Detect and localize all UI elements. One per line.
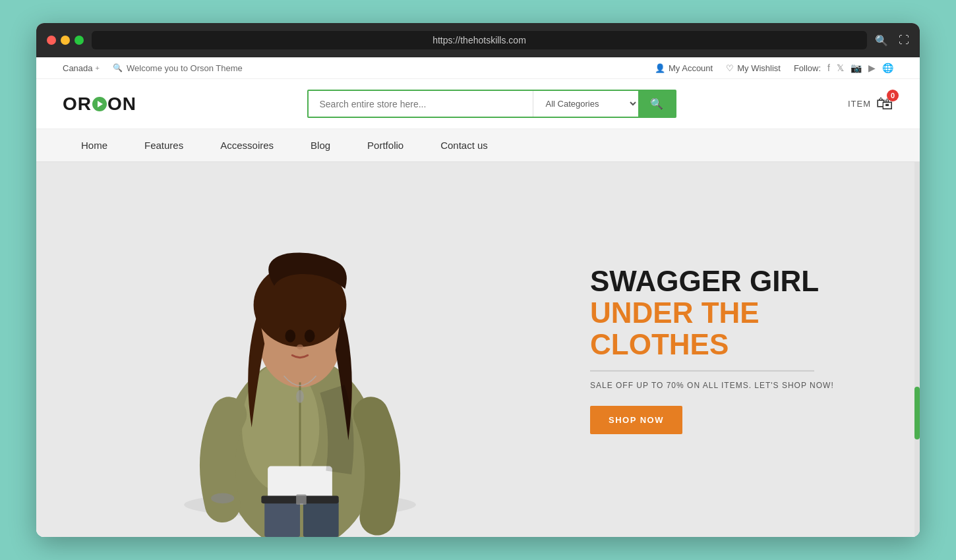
browser-expand-icon[interactable]: ⛶ [899, 34, 909, 46]
search-button[interactable]: 🔍 [638, 91, 675, 117]
logo[interactable]: OR ON [63, 94, 136, 115]
hero-divider [590, 370, 814, 372]
globe-icon[interactable]: 🌐 [882, 63, 893, 73]
nav-blog-label: Blog [311, 140, 330, 151]
scrollbar-track [914, 162, 920, 537]
site-navigation: Home Features Accessoires Blog Portfolio… [36, 129, 920, 162]
svg-point-7 [285, 329, 296, 343]
svg-rect-10 [264, 498, 300, 537]
svg-rect-13 [296, 494, 307, 505]
logo-son: ON [107, 94, 136, 115]
logo-or: OR [63, 94, 92, 115]
hero-subtitle: SALE OFF UP TO 70% ON ALL ITEMS. LET'S S… [590, 381, 854, 390]
nav-list: Home Features Accessoires Blog Portfolio… [63, 129, 893, 161]
hero-title-line1: SWAGGER GIRL [590, 265, 854, 296]
nav-item-accessoires[interactable]: Accessoires [202, 129, 292, 161]
browser-search-icon[interactable]: 🔍 [875, 34, 888, 47]
browser-icons: 🔍 ⛶ [875, 34, 909, 47]
traffic-lights [47, 36, 84, 45]
hero-banner: SWAGGER GIRL UNDER THE CLOTHES SALE OFF … [36, 162, 920, 537]
site-header: OR ON All Categories Accessories Blog Po… [36, 79, 920, 129]
vimeo-icon[interactable]: ▶ [868, 63, 876, 73]
scrollbar-thumb[interactable] [914, 387, 920, 439]
url-text: https://thehotskills.com [433, 35, 526, 45]
follow-label: Follow: [794, 63, 821, 73]
search-input[interactable] [309, 91, 533, 117]
nav-features-label: Features [144, 140, 183, 151]
nav-home-label: Home [81, 140, 107, 151]
category-select[interactable]: All Categories Accessories Blog Portfoli… [533, 91, 638, 117]
cart-badge: 0 [887, 90, 899, 101]
wishlist-icon: ♡ [726, 63, 734, 73]
welcome-message: 🔍 Welcome you to Orson Theme [113, 63, 243, 73]
facebook-icon[interactable]: f [827, 63, 830, 73]
my-wishlist-link[interactable]: ♡ My Wishlist [726, 63, 781, 73]
svg-point-9 [297, 345, 303, 350]
cart-icon-wrapper: 🛍 0 [876, 94, 893, 114]
nav-portfolio-label: Portfolio [367, 140, 403, 151]
topbar-left: Canada + 🔍 Welcome you to Orson Theme [63, 63, 243, 73]
hero-model [135, 247, 465, 537]
cart-area[interactable]: ITEM 🛍 0 [848, 94, 893, 114]
svg-point-15 [211, 493, 234, 504]
svg-point-8 [305, 329, 315, 343]
hero-text-area: SWAGGER GIRL UNDER THE CLOTHES SALE OFF … [590, 265, 854, 434]
site-content: Canada + 🔍 Welcome you to Orson Theme 👤 … [36, 57, 920, 537]
topbar-search-icon[interactable]: 🔍 [113, 63, 123, 72]
country-label: Canada [63, 63, 93, 73]
maximize-button[interactable] [75, 36, 84, 45]
nav-item-blog[interactable]: Blog [292, 129, 349, 161]
top-bar: Canada + 🔍 Welcome you to Orson Theme 👤 … [36, 57, 920, 79]
hero-title-line2: UNDER THE CLOTHES [590, 297, 854, 361]
follow-section: Follow: f 𝕏 📷 ▶ 🌐 [794, 63, 893, 73]
cart-label: ITEM [848, 99, 871, 109]
nav-item-features[interactable]: Features [126, 129, 202, 161]
svg-point-14 [296, 390, 304, 403]
nav-item-contact[interactable]: Contact us [422, 129, 506, 161]
shop-now-button[interactable]: SHOP NOW [590, 406, 682, 434]
browser-chrome: https://thehotskills.com 🔍 ⛶ [36, 23, 920, 57]
account-icon: 👤 [655, 63, 665, 73]
my-account-link[interactable]: 👤 My Account [655, 63, 713, 73]
nav-item-home[interactable]: Home [63, 129, 126, 161]
topbar-right: 👤 My Account ♡ My Wishlist Follow: f 𝕏 📷… [655, 63, 893, 73]
social-icons: f 𝕏 📷 ▶ 🌐 [827, 63, 893, 73]
svg-rect-11 [303, 498, 339, 537]
logo-play-icon [92, 97, 107, 111]
model-svg [135, 247, 465, 537]
twitter-icon[interactable]: 𝕏 [837, 63, 844, 73]
search-button-icon: 🔍 [650, 98, 663, 110]
close-button[interactable] [47, 36, 56, 45]
my-account-label: My Account [669, 63, 713, 73]
instagram-icon[interactable]: 📷 [851, 63, 862, 73]
my-wishlist-label: My Wishlist [737, 63, 781, 73]
minimize-button[interactable] [61, 36, 70, 45]
welcome-text: Welcome you to Orson Theme [127, 63, 243, 73]
address-bar[interactable]: https://thehotskills.com [92, 31, 867, 49]
nav-contact-label: Contact us [440, 140, 488, 151]
nav-accessoires-label: Accessoires [220, 140, 274, 151]
nav-item-portfolio[interactable]: Portfolio [349, 129, 422, 161]
country-selector[interactable]: Canada + [63, 63, 100, 73]
country-expand-icon: + [96, 64, 100, 72]
search-bar: All Categories Accessories Blog Portfoli… [307, 90, 676, 118]
